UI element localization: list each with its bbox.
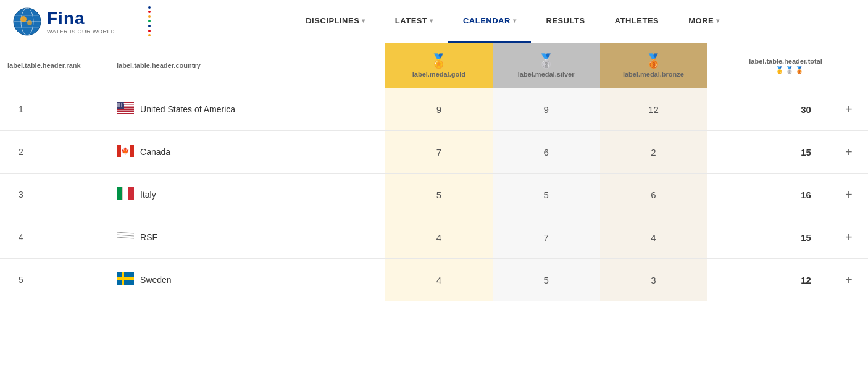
header: Fina WATER IS OUR WORLD DISCIPLINES ▾ LA… <box>0 0 868 43</box>
country-flag <box>117 187 134 202</box>
chevron-down-icon: ▾ <box>716 17 720 24</box>
th-action <box>830 43 868 88</box>
th-gold: 🏅 label.medal.gold <box>385 43 493 88</box>
medal-table: label.table.header.rank label.table.head… <box>0 43 868 301</box>
nav-latest[interactable]: LATEST ▾ <box>380 0 448 43</box>
country-cell: Sweden <box>109 259 385 301</box>
color-divider <box>148 6 151 37</box>
gold-cell: 5 <box>385 174 493 216</box>
nav-disciplines[interactable]: DISCIPLINES ▾ <box>291 0 380 43</box>
nav-more[interactable]: MORE ▾ <box>674 0 735 43</box>
silver-cell: 5 <box>493 174 600 216</box>
total-cell: 15 <box>707 216 830 259</box>
table-row: 1 United States of America 9 <box>0 88 868 131</box>
logo-tagline: WATER IS OUR WORLD <box>47 28 115 35</box>
th-country: label.table.header.country <box>109 43 385 88</box>
table-header-row: label.table.header.rank label.table.head… <box>0 43 868 88</box>
nav-results[interactable]: RESULTS <box>531 0 599 43</box>
silver-cell: 5 <box>493 259 600 301</box>
svg-point-21 <box>121 104 122 106</box>
total-medal-icons: 🥇 🥈 🥉 <box>714 66 822 74</box>
country-cell: United States of America <box>109 88 385 131</box>
expand-button[interactable]: + <box>830 88 868 131</box>
rank-cell: 2 <box>0 131 109 174</box>
bronze-icon-small: 🥉 <box>795 66 804 74</box>
chevron-down-icon: ▾ <box>430 17 433 24</box>
bronze-medal-icon: 🥉 <box>607 53 700 69</box>
logo-text: Fina <box>47 9 115 28</box>
silver-cell: 9 <box>493 88 600 131</box>
expand-button[interactable]: + <box>830 131 868 174</box>
main-nav: DISCIPLINES ▾ LATEST ▾ CALENDAR ▾ RESULT… <box>170 0 856 43</box>
country-flag <box>117 272 134 287</box>
country-cell: 🍁 Canada <box>109 131 385 174</box>
chevron-down-icon: ▾ <box>513 17 517 24</box>
country-flag: 🍁 <box>117 145 134 159</box>
th-silver: 🥈 label.medal.silver <box>493 43 600 88</box>
country-flag <box>117 102 134 117</box>
svg-text:🍁: 🍁 <box>121 146 130 155</box>
gold-cell: 7 <box>385 131 493 174</box>
svg-point-6 <box>27 20 32 25</box>
svg-rect-12 <box>117 111 134 112</box>
svg-point-15 <box>117 103 119 104</box>
total-cell: 15 <box>707 131 830 174</box>
logo-area[interactable]: Fina WATER IS OUR WORLD <box>12 7 136 36</box>
table-row: 2 🍁 Canada 7 6 2 15 + <box>0 131 868 174</box>
country-name: Sweden <box>140 275 172 285</box>
svg-rect-30 <box>117 187 122 200</box>
bronze-cell: 2 <box>600 131 707 174</box>
expand-button[interactable]: + <box>830 216 868 259</box>
bronze-cell: 4 <box>600 216 707 259</box>
country-cell: Italy <box>109 174 385 216</box>
svg-rect-31 <box>122 187 128 200</box>
table-row: 4 RSF 4 7 4 15 + <box>0 216 868 259</box>
table-body: 1 United States of America 9 <box>0 88 868 301</box>
svg-rect-27 <box>130 145 134 157</box>
expand-button[interactable]: + <box>830 259 868 301</box>
svg-rect-13 <box>117 112 134 114</box>
silver-medal-icon: 🥈 <box>500 53 593 69</box>
svg-point-23 <box>119 106 120 107</box>
th-rank: label.table.header.rank <box>0 43 109 88</box>
gold-medal-icon: 🏅 <box>393 53 485 69</box>
country-cell: RSF <box>109 216 385 259</box>
country-name: Canada <box>140 147 170 157</box>
rank-cell: 1 <box>0 88 109 131</box>
country-name: United States of America <box>140 104 235 114</box>
silver-cell: 7 <box>493 216 600 259</box>
silver-cell: 6 <box>493 131 600 174</box>
rank-cell: 4 <box>0 216 109 259</box>
country-flag <box>117 230 134 245</box>
th-total: label.table.header.total 🥇 🥈 🥉 <box>707 43 830 88</box>
silver-icon-small: 🥈 <box>785 66 794 74</box>
gold-icon-small: 🥇 <box>775 66 784 74</box>
svg-point-20 <box>119 104 120 106</box>
gold-cell: 4 <box>385 259 493 301</box>
svg-point-18 <box>123 103 124 104</box>
gold-cell: 9 <box>385 88 493 131</box>
bronze-cell: 3 <box>600 259 707 301</box>
country-name: RSF <box>140 232 157 242</box>
svg-point-17 <box>121 103 122 104</box>
th-bronze: 🥉 label.medal.bronze <box>600 43 707 88</box>
svg-point-16 <box>119 103 120 104</box>
svg-rect-26 <box>117 145 121 157</box>
table-row: 5 Sweden 4 5 3 12 + <box>0 259 868 301</box>
nav-calendar[interactable]: CALENDAR ▾ <box>448 0 531 43</box>
total-cell: 12 <box>707 259 830 301</box>
bronze-cell: 12 <box>600 88 707 131</box>
total-cell: 16 <box>707 174 830 216</box>
chevron-down-icon: ▾ <box>362 17 365 24</box>
expand-button[interactable]: + <box>830 174 868 216</box>
svg-point-19 <box>117 104 119 106</box>
bronze-cell: 6 <box>600 174 707 216</box>
svg-rect-38 <box>117 277 134 280</box>
svg-point-22 <box>117 106 119 107</box>
logo-globe-icon <box>12 7 42 36</box>
rank-cell: 5 <box>0 259 109 301</box>
svg-point-24 <box>121 106 122 107</box>
nav-athletes[interactable]: ATHLETES <box>600 0 674 43</box>
table-row: 3 Italy 5 5 6 16 + <box>0 174 868 216</box>
total-cell: 30 <box>707 88 830 131</box>
